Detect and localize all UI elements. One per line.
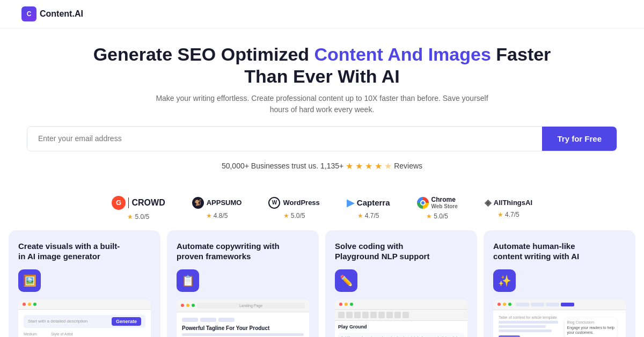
g2-circle-icon: G <box>112 196 126 210</box>
star-1: ★ <box>346 161 353 171</box>
allthings-icon: ◈ <box>485 197 491 208</box>
card-playground: Solve coding with Playground NLP support… <box>325 230 477 337</box>
try-for-free-button[interactable]: Try for Free <box>542 127 617 151</box>
tool-i <box>346 312 353 318</box>
capterra-star: ★ <box>357 212 363 219</box>
chrome-star: ★ <box>426 213 432 220</box>
logo-capterra: ▶ Capterra ★ 4.7/5 <box>347 197 390 219</box>
tool-link <box>386 312 393 318</box>
mock-right-col: Blog Conclusion Engage your readers to h… <box>561 316 621 337</box>
mock-playground-title: Play Ground <box>335 321 467 333</box>
trust-text: 50,000+ Businesses trust us. 1,135+ <box>222 162 343 170</box>
dot-yellow-4 <box>503 303 506 306</box>
capterra-icon: ▶ <box>347 197 354 209</box>
mock-header-4 <box>493 299 626 310</box>
mock-para-1 <box>182 333 304 336</box>
card-1-title: Create visuals with a built-in AI image … <box>18 241 126 262</box>
logo-allthings: ◈ AllThingsAI ★ 4.7/5 <box>485 197 532 218</box>
wordpress-icon: W <box>268 197 280 209</box>
appsumo-star: ★ <box>206 212 212 219</box>
star-2: ★ <box>355 161 363 171</box>
star-4: ★ <box>375 161 382 171</box>
mock-tab <box>182 318 198 322</box>
mock-content-label: Table of content for article template <box>499 316 558 319</box>
card-image-gen: Create visuals with a built-in AI image … <box>9 230 160 337</box>
appsumo-rating: ★ 4.8/5 <box>206 212 228 219</box>
mock-label-style: Style of Artist <box>51 332 73 336</box>
dot-red-2 <box>181 304 184 307</box>
mock-prompt-input: Start with a detailed description Genera… <box>24 315 145 328</box>
mock-tab <box>200 318 216 322</box>
tool-ol <box>378 312 385 318</box>
card-2-title: Automate copywriting with proven framewo… <box>177 241 284 262</box>
mock-label-medium: Medium <box>24 332 37 336</box>
logo-wordpress: W WordPress ★ 5.0/5 <box>268 197 319 219</box>
logo-chrome: Chrome Web Store ★ 5.0/5 <box>417 196 458 220</box>
dot-yellow-2 <box>186 304 189 307</box>
mock-body-4: Table of content for article template Bl… <box>493 310 626 337</box>
chrome-icon <box>417 197 429 209</box>
g2-star: ★ <box>127 213 133 221</box>
dot-red-3 <box>339 303 342 306</box>
hero-section: Generate SEO Optimized Content And Image… <box>0 28 644 191</box>
logo-g2: G CROWD ★ 5.0/5 <box>112 196 165 221</box>
tool-code <box>402 312 409 318</box>
g2-crowd-text: CROWD <box>131 198 165 208</box>
mock-left-col: Table of content for article template <box>499 316 558 337</box>
mock-blog-conclusion-card: Blog Conclusion Engage your readers to h… <box>565 318 618 337</box>
mock-content-layout: Table of content for article template Bl… <box>499 316 620 337</box>
mock-btn-generate <box>499 335 520 337</box>
chrome-inner <box>420 200 426 206</box>
tool-u <box>354 312 361 318</box>
card-copywriting: Automate copywriting with proven framewo… <box>167 230 319 337</box>
dot-red-4 <box>497 303 501 306</box>
dot-yellow-3 <box>345 303 348 306</box>
mock-header-3 <box>335 299 467 310</box>
feature-cards: Create visuals with a built-in AI image … <box>0 230 644 337</box>
dot-green-4 <box>508 303 511 306</box>
mock-tab-c <box>546 303 559 306</box>
mock-header-1 <box>18 299 151 310</box>
mock-blog-text: Engage your readers to help your custome… <box>567 325 615 336</box>
mock-tab-a <box>516 303 529 306</box>
mock-blog-label: Blog Conclusion <box>567 320 615 324</box>
card-1-icon: 🖼️ <box>18 269 41 292</box>
card-3-screenshot: Play Ground Act like a webmaster and cre… <box>335 299 467 337</box>
trust-bar: 50,000+ Businesses trust us. 1,135+ ★ ★ … <box>21 161 623 171</box>
mock-tab <box>218 318 235 322</box>
mock-toolbar-3 <box>335 310 467 321</box>
star-3: ★ <box>365 161 372 171</box>
card-1-screenshot: Start with a detailed description Genera… <box>18 299 151 337</box>
mock-body-2: Powerful Tagline For Your Product All Th… <box>177 312 309 337</box>
title-part1: Generate SEO Optimized <box>93 44 314 64</box>
card-4-screenshot: Table of content for article template Bl… <box>493 299 626 337</box>
card-3-title: Solve coding with Playground NLP support <box>335 241 442 262</box>
card-2-icon: 📋 <box>177 269 199 292</box>
title-highlight: Content And Images <box>314 44 491 64</box>
mock-nav-tabs <box>182 318 304 322</box>
card-4-title: Automate human-like content writing with… <box>493 241 601 262</box>
dot-yellow <box>28 303 31 306</box>
mock-content-line-1 <box>499 321 558 324</box>
mock-header-2: Landing Page <box>177 299 309 312</box>
email-input[interactable] <box>27 127 542 151</box>
capterra-rating: ★ 4.7/5 <box>357 212 379 219</box>
chrome-name: Chrome Web Store <box>417 196 458 209</box>
dot-green-3 <box>350 303 353 306</box>
mock-input-placeholder: Start with a detailed description <box>28 319 108 324</box>
card-3-icon: ✏️ <box>335 269 357 292</box>
mock-tab-b <box>531 303 544 306</box>
wp-rating: ★ 5.0/5 <box>283 212 305 219</box>
g2-logo-name: G CROWD <box>112 196 165 210</box>
star-half: ★ <box>384 161 392 171</box>
mock-tab-active <box>561 303 574 306</box>
mock-copy-title: Powerful Tagline For Your Product <box>182 325 304 331</box>
card-4-icon: ✨ <box>493 269 516 292</box>
mock-content-line-2 <box>499 325 546 328</box>
card-2-screenshot: Landing Page Powerful Tagline For Your P… <box>177 299 309 337</box>
tool-ul <box>370 312 377 318</box>
dot-red <box>23 303 26 306</box>
allthings-rating: ★ 4.7/5 <box>497 211 519 218</box>
g2-divider <box>128 197 129 208</box>
wp-name: W WordPress <box>268 197 319 209</box>
